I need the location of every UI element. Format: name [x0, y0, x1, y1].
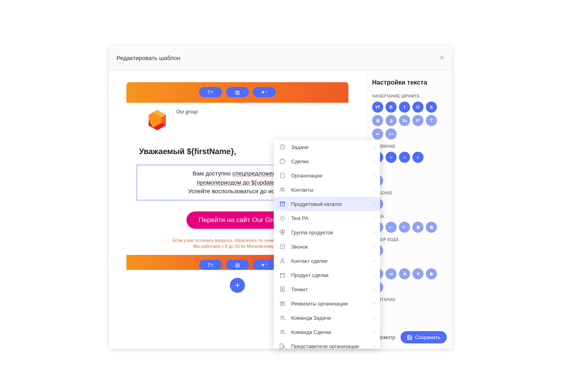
users-icon: [278, 186, 286, 194]
subscript-button[interactable]: X₂: [399, 115, 410, 126]
dropdown-item-3[interactable]: Контакты›: [274, 183, 380, 197]
chevron-right-icon: ›: [374, 301, 375, 306]
svg-point-34: [284, 346, 285, 347]
svg-point-23: [282, 288, 283, 289]
save-button[interactable]: Сохранить: [401, 331, 447, 343]
tenant-icon: [278, 285, 286, 293]
svg-point-31: [281, 330, 282, 332]
briefcase-icon: [278, 157, 286, 165]
body-text-2: промопериодом до ${updated: [197, 179, 278, 186]
textcolor-button[interactable]: T: [426, 115, 437, 126]
phone-arrow-icon: [278, 243, 286, 251]
outer-frame: Редактировать шаблон × Tᴛ ▧ ✦⁺: [26, 18, 546, 374]
dropdown-item-6[interactable]: Группа продуктов›: [274, 225, 380, 239]
strike-button[interactable]: S: [426, 102, 437, 113]
dropdown-item-10[interactable]: Тенант›: [274, 282, 380, 296]
dropdown-item-12[interactable]: Команда Задачи›: [274, 311, 380, 325]
dropdown-item-9[interactable]: Продукт сделки›: [274, 268, 380, 282]
dropdown-item-11[interactable]: Реквизиты организации›: [274, 296, 380, 311]
dropdown-label: Реквизиты организации: [291, 301, 369, 307]
archive-icon: [278, 200, 286, 208]
box-icon: [278, 271, 286, 279]
more-button-5[interactable]: 🗎: [426, 268, 437, 279]
dropdown-item-1[interactable]: Сделки›: [274, 154, 380, 168]
dropdown-item-7[interactable]: Звонок›: [274, 239, 380, 254]
lineheight-button[interactable]: ⫼: [386, 115, 397, 126]
svg-rect-10: [280, 203, 284, 206]
dropdown-label: Test PA: [291, 215, 369, 221]
align-center-button[interactable]: ≡: [386, 152, 397, 163]
dropdown-item-0[interactable]: Задачи›: [274, 140, 380, 154]
text-tool-button[interactable]: Tᴛ: [199, 87, 222, 97]
list-button[interactable]: ⫶≡: [386, 128, 397, 139]
dropdown-item-4[interactable]: Продуктовый каталог›: [274, 197, 380, 211]
dropdown-label: Звонок: [291, 244, 369, 250]
align-right-button[interactable]: ≡: [399, 152, 410, 163]
section-image: РАЖЕНИЕ: [372, 191, 447, 195]
dropdown-label: Группа продуктов: [291, 230, 369, 236]
font-style-row-2: ≣ ⫼ X₂ X² T: [372, 115, 447, 126]
chevron-right-icon: ›: [374, 258, 375, 264]
text-tool-button-2[interactable]: Tᴛ: [199, 260, 222, 270]
user-deal-icon: [278, 257, 286, 265]
dropdown-label: Команда Задачи: [291, 315, 369, 321]
table-button-2[interactable]: —: [386, 222, 397, 233]
font-size-button[interactable]: ᴛT: [372, 102, 383, 113]
svg-rect-2: [280, 173, 284, 178]
indent-button[interactable]: ≣: [372, 115, 383, 126]
svg-point-7: [280, 188, 282, 189]
svg-rect-18: [280, 245, 285, 249]
close-icon[interactable]: ×: [439, 53, 444, 63]
magic-tool-button[interactable]: ✦⁺: [253, 87, 276, 97]
align-justify-button[interactable]: ≡: [412, 152, 423, 163]
image-tool-button-2[interactable]: ▧: [226, 260, 249, 270]
table-button-3[interactable]: ⊢: [399, 222, 410, 233]
building-users-icon: [278, 342, 286, 349]
dropdown-item-14[interactable]: Представители организации›: [274, 339, 380, 349]
preview-link[interactable]: осмотр: [378, 334, 395, 340]
italic-button[interactable]: I: [399, 102, 410, 113]
dropdown-label: Задачи: [291, 144, 369, 150]
svg-point-30: [283, 317, 284, 318]
top-toolbar: Tᴛ ▧ ✦⁺: [126, 87, 348, 97]
dropdown-label: Тенант: [291, 286, 369, 292]
chevron-right-icon: ›: [374, 286, 375, 292]
table-button-5[interactable]: ≣: [426, 222, 437, 233]
modal-footer: осмотр Сохранить: [378, 331, 447, 343]
dropdown-item-5[interactable]: Test PA›: [274, 211, 380, 225]
bold-button[interactable]: В: [386, 102, 397, 113]
chevron-right-icon: ›: [374, 215, 375, 221]
section-font-style: НАЧЕРТАНИЕ ШРИФТА: [372, 94, 447, 98]
section-alignment: ВНИВАНИЕ: [372, 144, 447, 149]
superscript-button[interactable]: X²: [412, 115, 423, 126]
underline-button[interactable]: U: [412, 102, 423, 113]
break-button[interactable]: ↵: [372, 128, 383, 139]
svg-rect-33: [280, 344, 283, 349]
svg-rect-20: [280, 273, 285, 277]
modal-title: Редактировать шаблон: [117, 55, 181, 61]
chevron-right-icon: ›: [374, 158, 375, 164]
dropdown-label: Продукт сделки: [291, 272, 369, 278]
dropdown-item-13[interactable]: Команда Сделки›: [274, 325, 380, 339]
dropdown-label: Представители организации: [291, 343, 369, 349]
chevron-right-icon: ›: [374, 343, 375, 349]
chevron-right-icon: ›: [374, 272, 375, 278]
dropdown-label: Контакты: [291, 187, 369, 193]
image-tool-button[interactable]: ▧: [226, 87, 249, 97]
dropdown-item-8[interactable]: Контакт сделки›: [274, 254, 380, 268]
more-button-3[interactable]: ✳: [399, 268, 410, 279]
modal-header: Редактировать шаблон ×: [109, 45, 452, 70]
cta-button[interactable]: Перейти на сайт Our Gro: [186, 211, 288, 229]
magic-tool-button-2[interactable]: ✦⁺: [253, 260, 276, 270]
section-code: АКТОР КОДА: [372, 237, 447, 242]
dropdown-label: Контакт сделки: [291, 258, 369, 264]
clock-icon: [278, 143, 286, 151]
more-button-2[interactable]: ⇔: [386, 268, 397, 279]
add-block-button[interactable]: +: [230, 278, 245, 293]
company-logo-icon: [144, 107, 171, 134]
table-button-4[interactable]: ≣: [412, 222, 423, 233]
dropdown-item-2[interactable]: Организации›: [274, 168, 380, 183]
chevron-right-icon: ›: [374, 315, 375, 320]
more-button-4[interactable]: ✕: [412, 268, 423, 279]
chevron-right-icon: ›: [374, 173, 375, 178]
